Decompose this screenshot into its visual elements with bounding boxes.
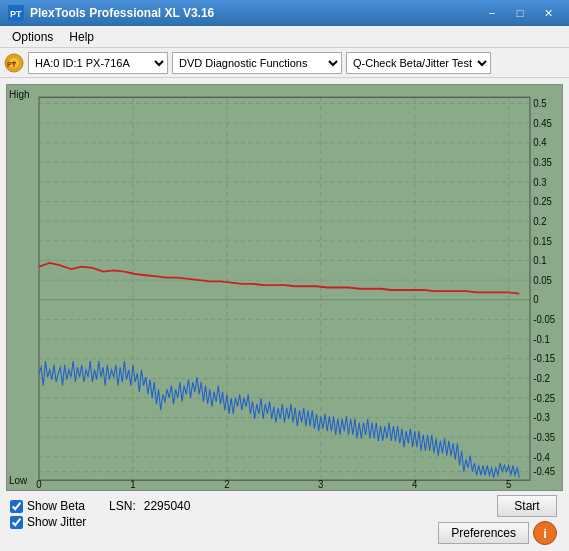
app-icon: PT [8,5,24,21]
svg-text:0.1: 0.1 [533,255,547,267]
svg-text:-0.45: -0.45 [533,466,555,478]
chart-svg: 0.5 0.45 0.4 0.35 0.3 0.25 0.2 0.15 0.1 … [7,85,562,490]
svg-text:0: 0 [533,294,539,306]
svg-text:0.2: 0.2 [533,215,547,227]
main-content: High Low [0,78,569,551]
svg-text:-0.15: -0.15 [533,353,555,365]
chart-area: High Low [6,84,563,491]
svg-text:-0.2: -0.2 [533,372,550,384]
menu-options[interactable]: Options [4,28,61,46]
info-button[interactable]: i [533,521,557,545]
svg-text:0.5: 0.5 [533,97,547,109]
toolbar: PT HA:0 ID:1 PX-716A DVD Diagnostic Func… [0,48,569,78]
title-bar: PT PlexTools Professional XL V3.16 − □ ✕ [0,0,569,26]
show-beta-checkbox[interactable] [10,500,23,513]
svg-text:-0.35: -0.35 [533,431,555,443]
svg-rect-6 [7,85,562,490]
svg-text:PT: PT [10,9,22,19]
svg-text:0: 0 [36,478,42,490]
show-beta-item: Show Beta LSN: 2295040 [10,499,190,513]
svg-text:0.15: 0.15 [533,235,552,247]
svg-text:1: 1 [130,478,136,490]
y-axis-low-label: Low [9,475,27,486]
checkboxes: Show Beta LSN: 2295040 Show Jitter [10,499,438,531]
svg-text:0.4: 0.4 [533,137,547,149]
svg-text:-0.1: -0.1 [533,333,550,345]
start-button[interactable]: Start [497,495,557,517]
svg-text:2: 2 [224,478,230,490]
show-jitter-label: Show Jitter [27,515,86,529]
lsn-label: LSN: [109,499,136,513]
drive-icon: PT [4,53,24,73]
window-title: PlexTools Professional XL V3.16 [30,6,479,20]
lsn-value: 2295040 [144,499,191,513]
svg-text:4: 4 [412,478,418,490]
svg-text:-0.05: -0.05 [533,313,555,325]
show-jitter-item: Show Jitter [10,515,86,529]
window-controls: − □ ✕ [479,3,561,23]
function-select[interactable]: DVD Diagnostic Functions [172,52,342,74]
svg-text:0.25: 0.25 [533,196,552,208]
svg-text:PT: PT [7,61,17,68]
menu-help[interactable]: Help [61,28,102,46]
test-select[interactable]: Q-Check Beta/Jitter Test [346,52,491,74]
svg-text:0.3: 0.3 [533,176,547,188]
show-jitter-checkbox[interactable] [10,516,23,529]
left-controls: Show Beta LSN: 2295040 Show Jitter [10,495,438,531]
svg-text:3: 3 [318,478,324,490]
svg-text:0.05: 0.05 [533,274,552,286]
y-axis-high-label: High [9,89,30,100]
svg-text:-0.3: -0.3 [533,412,550,424]
minimize-button[interactable]: − [479,3,505,23]
bottom-panel: Show Beta LSN: 2295040 Show Jitter Start… [6,491,563,545]
svg-text:-0.4: -0.4 [533,451,550,463]
drive-select[interactable]: HA:0 ID:1 PX-716A [28,52,168,74]
svg-text:-0.25: -0.25 [533,392,555,404]
close-button[interactable]: ✕ [535,3,561,23]
preferences-button[interactable]: Preferences [438,522,529,544]
svg-text:0.35: 0.35 [533,156,552,168]
show-beta-label: Show Beta [27,499,85,513]
svg-text:0.45: 0.45 [533,117,552,129]
right-controls: Start Preferences i [438,495,559,545]
menu-bar: Options Help [0,26,569,48]
svg-text:5: 5 [506,478,512,490]
maximize-button[interactable]: □ [507,3,533,23]
